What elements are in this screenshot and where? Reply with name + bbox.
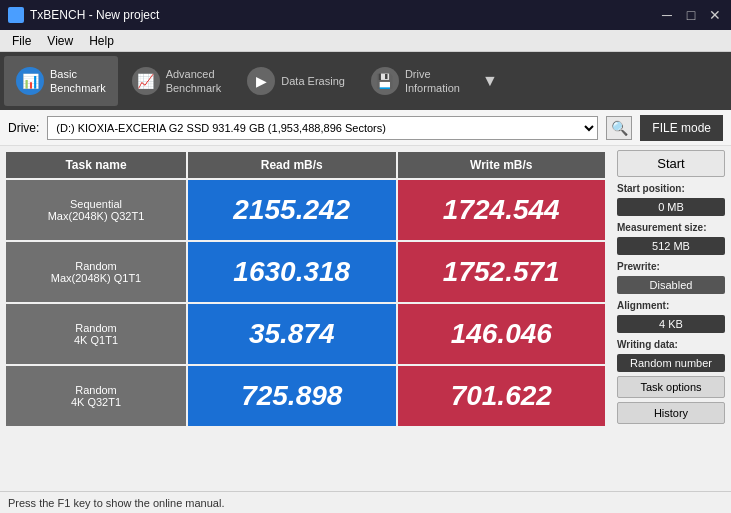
maximize-button[interactable]: □	[683, 7, 699, 23]
alignment-label: Alignment:	[617, 300, 725, 311]
file-mode-button[interactable]: FILE mode	[640, 115, 723, 141]
write-value-rand-4k-q32: 701.622	[398, 366, 606, 426]
table-row: Random 4K Q32T1 725.898 701.622	[6, 366, 605, 426]
menu-bar: File View Help	[0, 30, 731, 52]
tab-basic-benchmark[interactable]: 📊 BasicBenchmark	[4, 56, 118, 106]
table-row: Sequential Max(2048K) Q32T1 2155.242 172…	[6, 180, 605, 240]
title-bar-left: TxBENCH - New project	[8, 7, 159, 23]
write-value-seq-max: 1724.544	[398, 180, 606, 240]
start-position-value: 0 MB	[617, 198, 725, 216]
status-text: Press the F1 key to show the online manu…	[8, 497, 224, 509]
advanced-benchmark-label: AdvancedBenchmark	[166, 67, 222, 96]
drive-refresh-button[interactable]: 🔍	[606, 116, 632, 140]
title-bar-controls: ─ □ ✕	[659, 7, 723, 23]
col-header-task: Task name	[6, 152, 186, 178]
read-value-rand-4k-q32: 725.898	[188, 366, 396, 426]
status-bar: Press the F1 key to show the online manu…	[0, 491, 731, 513]
write-value-rand-4k-q1: 146.046	[398, 304, 606, 364]
writing-data-label: Writing data:	[617, 339, 725, 350]
advanced-benchmark-icon: 📈	[132, 67, 160, 95]
drive-select[interactable]: (D:) KIOXIA-EXCERIA G2 SSD 931.49 GB (1,…	[47, 116, 598, 140]
benchmark-area: Task name Read mB/s Write mB/s Sequentia…	[0, 146, 611, 491]
start-position-label: Start position:	[617, 183, 725, 194]
measurement-size-label: Measurement size:	[617, 222, 725, 233]
menu-view[interactable]: View	[39, 32, 81, 50]
alignment-value: 4 KB	[617, 315, 725, 333]
drive-label: Drive:	[8, 121, 39, 135]
read-value-rand-4k-q1: 35.874	[188, 304, 396, 364]
drive-row: Drive: (D:) KIOXIA-EXCERIA G2 SSD 931.49…	[0, 110, 731, 146]
writing-data-value: Random number	[617, 354, 725, 372]
minimize-button[interactable]: ─	[659, 7, 675, 23]
toolbar: 📊 BasicBenchmark 📈 AdvancedBenchmark ▶ D…	[0, 52, 731, 110]
bench-header: Task name Read mB/s Write mB/s	[6, 152, 605, 178]
read-value-rand-max: 1630.318	[188, 242, 396, 302]
tab-advanced-benchmark[interactable]: 📈 AdvancedBenchmark	[120, 56, 234, 106]
main-content: Task name Read mB/s Write mB/s Sequentia…	[0, 146, 731, 491]
tab-data-erasing[interactable]: ▶ Data Erasing	[235, 56, 357, 106]
window-title: TxBENCH - New project	[30, 8, 159, 22]
start-button[interactable]: Start	[617, 150, 725, 177]
title-bar: TxBENCH - New project ─ □ ✕	[0, 0, 731, 30]
write-value-rand-max: 1752.571	[398, 242, 606, 302]
col-header-write: Write mB/s	[398, 152, 606, 178]
table-row: Random Max(2048K) Q1T1 1630.318 1752.571	[6, 242, 605, 302]
task-label-rand-4k-q1: Random 4K Q1T1	[6, 304, 186, 364]
data-erasing-label: Data Erasing	[281, 74, 345, 88]
read-value-seq-max: 2155.242	[188, 180, 396, 240]
menu-file[interactable]: File	[4, 32, 39, 50]
task-label-seq-max: Sequential Max(2048K) Q32T1	[6, 180, 186, 240]
close-button[interactable]: ✕	[707, 7, 723, 23]
drive-information-label: DriveInformation	[405, 67, 460, 96]
prewrite-value: Disabled	[617, 276, 725, 294]
task-label-rand-4k-q32: Random 4K Q32T1	[6, 366, 186, 426]
col-header-read: Read mB/s	[188, 152, 396, 178]
history-button[interactable]: History	[617, 402, 725, 424]
task-label-rand-max: Random Max(2048K) Q1T1	[6, 242, 186, 302]
toolbar-overflow-arrow[interactable]: ▼	[478, 68, 502, 94]
basic-benchmark-icon: 📊	[16, 67, 44, 95]
menu-help[interactable]: Help	[81, 32, 122, 50]
basic-benchmark-label: BasicBenchmark	[50, 67, 106, 96]
right-panel: Start Start position: 0 MB Measurement s…	[611, 146, 731, 491]
tab-drive-information[interactable]: 💾 DriveInformation	[359, 56, 472, 106]
data-erasing-icon: ▶	[247, 67, 275, 95]
table-row: Random 4K Q1T1 35.874 146.046	[6, 304, 605, 364]
app-icon	[8, 7, 24, 23]
measurement-size-value: 512 MB	[617, 237, 725, 255]
prewrite-label: Prewrite:	[617, 261, 725, 272]
drive-information-icon: 💾	[371, 67, 399, 95]
task-options-button[interactable]: Task options	[617, 376, 725, 398]
